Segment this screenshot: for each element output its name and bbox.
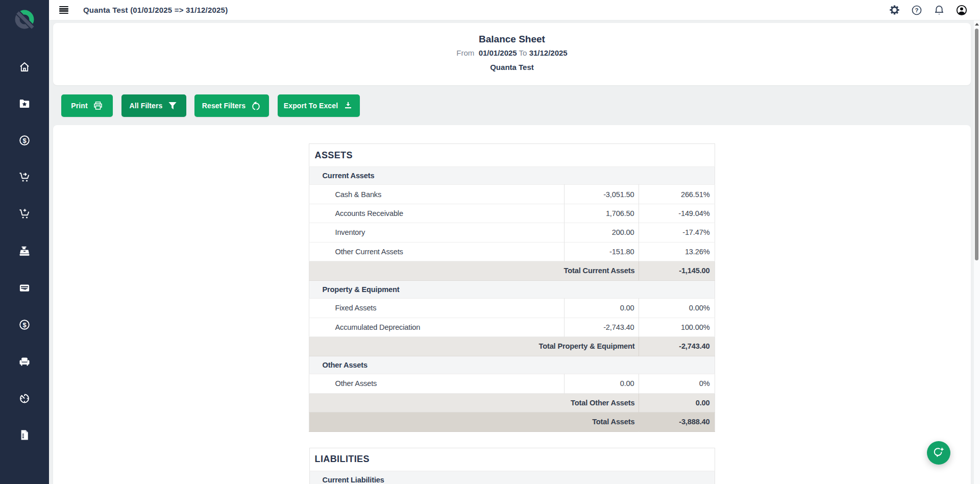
- sidebar-item-cash-register[interactable]: [0, 239, 49, 263]
- svg-text:$: $: [22, 321, 27, 328]
- report-title: Balance Sheet: [53, 34, 971, 45]
- notifications-icon[interactable]: [934, 5, 945, 16]
- section-total-row: Total Other Assets0.00: [309, 393, 715, 413]
- account-label: Inventory: [309, 223, 565, 242]
- report-company: Quanta Test: [53, 63, 971, 71]
- sidebar: $$: [0, 0, 49, 484]
- all-filters-button[interactable]: All Filters: [121, 94, 186, 117]
- table-title: LIABILITIES: [309, 448, 715, 471]
- menu-icon[interactable]: [59, 6, 68, 14]
- report-to-label: To: [519, 49, 527, 57]
- section-header-row: Other Assets: [309, 356, 715, 374]
- print-button[interactable]: Print: [61, 94, 113, 117]
- help-icon[interactable]: ?: [911, 5, 922, 16]
- section-total-label: Total Other Assets: [309, 393, 639, 413]
- account-amount: 200.00: [565, 223, 639, 242]
- account-amount: -2,743.40: [565, 318, 639, 336]
- account-percent: -17.47%: [639, 223, 715, 242]
- printer-icon: [93, 101, 103, 111]
- account-percent: 266.51%: [639, 185, 715, 204]
- topbar-icons: ?: [889, 5, 967, 16]
- sidebar-item-stopwatch[interactable]: [0, 386, 49, 410]
- account-label: Cash & Banks: [309, 185, 565, 204]
- section-total-value: -1,145.00: [639, 261, 715, 280]
- account-icon[interactable]: [956, 5, 967, 16]
- quanta-logo[interactable]: [12, 7, 37, 32]
- sidebar-item-wallet[interactable]: [0, 276, 49, 300]
- table-title: ASSETS: [309, 144, 715, 167]
- section-header-row: Current Liabilities: [309, 471, 715, 484]
- svg-text:?: ?: [915, 7, 919, 13]
- ai-assistant-sparkle-icon: [932, 445, 946, 461]
- report-from-date: 01/01/2025: [479, 49, 517, 57]
- export-excel-button-label: Export To Excel: [284, 102, 338, 110]
- report-from-label: From: [456, 49, 474, 57]
- topbar: Quanta Test (01/01/2025 => 31/12/2025) ?: [49, 0, 980, 20]
- account-amount: 0.00: [565, 374, 639, 393]
- account-label: Accumulated Depreciation: [309, 318, 565, 336]
- section-name: Property & Equipment: [309, 280, 715, 298]
- ai-assistant-fab[interactable]: [927, 441, 950, 465]
- file-invoice-icon: [18, 429, 31, 441]
- sidebar-item-folder-star[interactable]: [0, 91, 49, 116]
- account-label: Accounts Receivable: [309, 204, 565, 223]
- report-toolbar: Print All Filters Reset Filters: [61, 94, 360, 117]
- section-total-row: Total Property & Equipment-2,743.40: [309, 336, 715, 356]
- sidebar-item-armchair[interactable]: [0, 349, 49, 374]
- page-title: Quanta Test (01/01/2025 => 31/12/2025): [83, 6, 228, 14]
- sidebar-item-dollar-circle[interactable]: $: [0, 128, 49, 153]
- home-icon: [18, 61, 31, 73]
- download-icon: [343, 101, 353, 111]
- dollar-circle-icon: $: [18, 319, 31, 331]
- grand-total-value: -3,888.40: [639, 413, 715, 431]
- account-row: Accumulated Depreciation-2,743.40100.00%: [309, 318, 715, 336]
- table-title-row: LIABILITIES: [309, 448, 715, 471]
- account-percent: 0.00%: [639, 299, 715, 318]
- dollar-circle-icon: $: [18, 134, 31, 147]
- armchair-icon: [18, 355, 31, 368]
- reset-filters-button-label: Reset Filters: [202, 102, 246, 110]
- section-name: Current Liabilities: [309, 471, 715, 484]
- reset-icon: [251, 101, 261, 111]
- account-row: Accounts Receivable1,706.50-149.04%: [309, 204, 715, 223]
- account-label: Other Current Assets: [309, 242, 565, 261]
- account-row: Inventory200.00-17.47%: [309, 223, 715, 242]
- account-row: Other Current Assets-151.8013.26%: [309, 242, 715, 261]
- grand-total-row: Total Assets-3,888.40: [309, 413, 715, 431]
- settings-icon[interactable]: [889, 5, 900, 16]
- account-row: Fixed Assets0.000.00%: [309, 299, 715, 318]
- content-area: Balance Sheet From 01/01/2025 To 31/12/2…: [49, 20, 980, 484]
- cart-arrow-icon: [18, 171, 31, 183]
- cash-register-icon: [18, 245, 31, 257]
- scrollbar-up-arrow[interactable]: [975, 23, 979, 26]
- sidebar-item-file-invoice[interactable]: [0, 423, 49, 447]
- menu-icon-bar: [59, 6, 68, 7]
- account-percent: 100.00%: [639, 318, 715, 336]
- account-amount: -3,051.50: [565, 185, 639, 204]
- section-header-row: Property & Equipment: [309, 280, 715, 298]
- balance-sheet-card: ASSETSCurrent AssetsCash & Banks-3,051.5…: [53, 125, 971, 484]
- account-row: Cash & Banks-3,051.50266.51%: [309, 185, 715, 204]
- export-excel-button[interactable]: Export To Excel: [278, 94, 360, 117]
- reset-filters-button[interactable]: Reset Filters: [194, 94, 269, 117]
- sidebar-item-home[interactable]: [0, 55, 49, 79]
- wallet-icon: [18, 282, 31, 294]
- account-percent: -149.04%: [639, 204, 715, 223]
- folder-star-icon: [18, 98, 31, 110]
- liabilities-table: LIABILITIESCurrent Liabilities: [309, 448, 715, 484]
- account-amount: 0.00: [565, 299, 639, 318]
- report-to-date: 31/12/2025: [529, 49, 568, 57]
- account-label: Fixed Assets: [309, 299, 565, 318]
- section-name: Other Assets: [309, 356, 715, 374]
- grand-total-label: Total Assets: [309, 413, 639, 431]
- print-button-label: Print: [71, 102, 87, 110]
- report-period: From 01/01/2025 To 31/12/2025: [53, 49, 971, 57]
- sidebar-item-cart-arrow[interactable]: [0, 165, 49, 189]
- all-filters-button-label: All Filters: [130, 102, 163, 110]
- filter-icon: [167, 101, 178, 111]
- sidebar-item-dollar-circle[interactable]: $: [0, 312, 49, 337]
- scrollbar-thumb[interactable]: [975, 29, 978, 260]
- menu-icon-bar: [59, 10, 68, 11]
- sidebar-item-cart-plus[interactable]: [0, 202, 49, 226]
- account-label: Other Assets: [309, 374, 565, 393]
